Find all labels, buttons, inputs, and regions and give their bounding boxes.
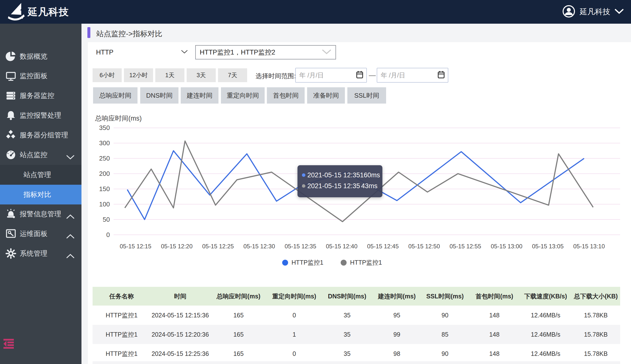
table-cell: 0	[267, 306, 322, 325]
collapse-menu-icon[interactable]	[3, 338, 15, 349]
sidebar-item-label: 站点监控	[20, 150, 47, 160]
legend-label: HTTP监控1	[350, 258, 382, 266]
tooltip-value: 160ms	[360, 172, 380, 179]
svg-text:0: 0	[106, 231, 110, 238]
chart-legend: HTTP监控1HTTP监控1	[93, 258, 621, 266]
svg-text:250: 250	[99, 155, 110, 162]
svg-text:05-15 12:20: 05-15 12:20	[161, 243, 193, 250]
user-chevron-down-icon[interactable]	[615, 9, 623, 15]
date-input-end[interactable]: 年 /月/日	[377, 68, 448, 82]
date-range-label: 选择时间范围:	[255, 72, 296, 80]
monitor-select[interactable]: HTTP监控1，HTTP监控2	[195, 45, 336, 60]
gear-icon	[6, 248, 16, 259]
table-header-cell: 下载速度(KB/s)	[520, 287, 571, 306]
chart-title: 总响应时间(ms)	[95, 114, 142, 123]
table-cell: 2024-05-15 12:25:36	[151, 344, 210, 363]
user-menu[interactable]: 延凡科技	[562, 0, 623, 24]
table-cell: 2024-05-15 12:20:36	[151, 325, 210, 344]
sidebar-item-9[interactable]: 运维面板	[0, 224, 82, 244]
svg-text:05-15 13:10: 05-15 13:10	[573, 243, 605, 250]
monitor-icon	[6, 70, 16, 82]
legend-label: HTTP监控1	[291, 258, 324, 266]
user-name: 延凡科技	[580, 7, 610, 17]
table-cell: 15.78KB	[571, 325, 620, 344]
bell-icon	[6, 110, 16, 121]
time-range-button-3[interactable]: 3天	[187, 68, 216, 82]
table-cell: HTTP监控1	[93, 325, 151, 344]
metric-button-1[interactable]: DNS时间	[140, 87, 178, 104]
date-placeholder: 年 /月/日	[381, 71, 405, 80]
sidebar-item-1[interactable]: 监控面板	[0, 66, 82, 86]
sidebar-item-label: 服务器监控	[20, 91, 54, 100]
metric-button-2[interactable]: 建连时间	[181, 87, 218, 104]
svg-text:100: 100	[99, 200, 110, 208]
avatar-icon[interactable]	[562, 5, 575, 19]
calendar-icon[interactable]	[356, 71, 363, 80]
chevron-down-icon	[181, 50, 188, 55]
sidebar-item-label: 服务器分组管理	[20, 130, 68, 140]
time-range-button-4[interactable]: 7天	[218, 68, 247, 82]
table-cell: 12.46MB/s	[520, 325, 571, 344]
metric-button-6[interactable]: SSL时间	[347, 87, 386, 104]
calendar-icon[interactable]	[437, 71, 445, 80]
table-header-cell: 建连时间(ms)	[373, 287, 421, 306]
svg-text:300: 300	[99, 139, 110, 147]
table-header-cell: 重定向时间(ms)	[267, 287, 322, 306]
table-header-cell: DNS时间(ms)	[322, 287, 373, 306]
table-cell: 165	[210, 325, 267, 344]
table-cell: 85	[421, 325, 469, 344]
time-range-button-1[interactable]: 12小时	[124, 68, 153, 82]
table-header-cell: SSL时间(ms)	[421, 287, 469, 306]
sidebar-item-4[interactable]: 服务器分组管理	[0, 125, 82, 145]
date-input-start[interactable]: 年 /月/日	[295, 68, 367, 82]
svg-text:05-15 12:40: 05-15 12:40	[326, 243, 358, 250]
breadcrumb-accent-bar	[87, 27, 90, 38]
table-cell: 90	[421, 306, 469, 325]
sidebar-item-8[interactable]: 报警信息管理	[0, 204, 82, 224]
time-range-button-2[interactable]: 1天	[155, 68, 184, 82]
chevron-down-icon	[322, 49, 332, 56]
sidebar-item-label: 站点管理	[24, 170, 51, 180]
sidebar-item-0[interactable]: 数据概览	[0, 46, 82, 66]
table-header-cell: 总响应时间(ms)	[210, 287, 267, 306]
sidebar-item-5[interactable]: 站点监控	[0, 145, 82, 165]
table-cell: 148	[469, 325, 520, 344]
sidebar-item-3[interactable]: 监控报警处理	[0, 106, 82, 125]
table-cell: 99	[373, 325, 421, 344]
time-range-button-0[interactable]: 6小时	[93, 68, 122, 82]
server-icon	[6, 90, 16, 101]
chart-tooltip: 2021-05-15 12:35160ms2021-05-15 12:3543m…	[297, 165, 382, 197]
protocol-select[interactable]: HTTP	[93, 45, 191, 60]
sidebar-item-2[interactable]: 服务器监控	[0, 86, 82, 106]
table-header-cell: 任务名称	[93, 287, 151, 306]
table-cell: 0	[267, 344, 322, 363]
table-header-cell: 时间	[151, 287, 210, 306]
metric-button-0[interactable]: 总响应时间	[93, 87, 138, 104]
metrics-table: 任务名称时间总响应时间(ms)重定向时间(ms)DNS时间(ms)建连时间(ms…	[93, 287, 620, 363]
sidebar-item-10[interactable]: 系统管理	[0, 244, 82, 264]
table-cell: 90	[421, 344, 469, 363]
table-cell: 148	[469, 344, 520, 363]
table-cell: 2024-05-15 12:15:36	[151, 306, 210, 325]
svg-text:05-15 13:05: 05-15 13:05	[532, 243, 564, 250]
table-cell: 1	[267, 325, 322, 344]
table-cell: 35	[322, 344, 373, 363]
metric-button-5[interactable]: 准备时间	[307, 87, 345, 104]
legend-item-1[interactable]: HTTP监控1	[341, 258, 382, 266]
date-range-separator: —	[369, 71, 376, 79]
table-cell: 15.78KB	[571, 344, 620, 363]
table-row-partial	[93, 361, 620, 364]
sail-logo-icon	[8, 2, 25, 22]
date-placeholder: 年 /月/日	[299, 71, 324, 80]
monitor-select-value: HTTP监控1，HTTP监控2	[200, 48, 275, 57]
table-cell: 35	[322, 306, 373, 325]
table-header-cell: 总下载大小(KB)	[571, 287, 620, 306]
legend-item-0[interactable]: HTTP监控1	[282, 258, 324, 266]
metric-button-4[interactable]: 首包时间	[267, 87, 305, 104]
tooltip-row-1: 2021-05-15 12:3543ms	[302, 180, 378, 191]
metric-button-3[interactable]: 重定向时间	[221, 87, 265, 104]
svg-text:05-15 12:30: 05-15 12:30	[243, 243, 275, 250]
tooltip-dot-icon	[302, 173, 305, 177]
tooltip-dot-icon	[302, 184, 305, 188]
sidebar-item-label: 报警信息管理	[20, 209, 61, 219]
